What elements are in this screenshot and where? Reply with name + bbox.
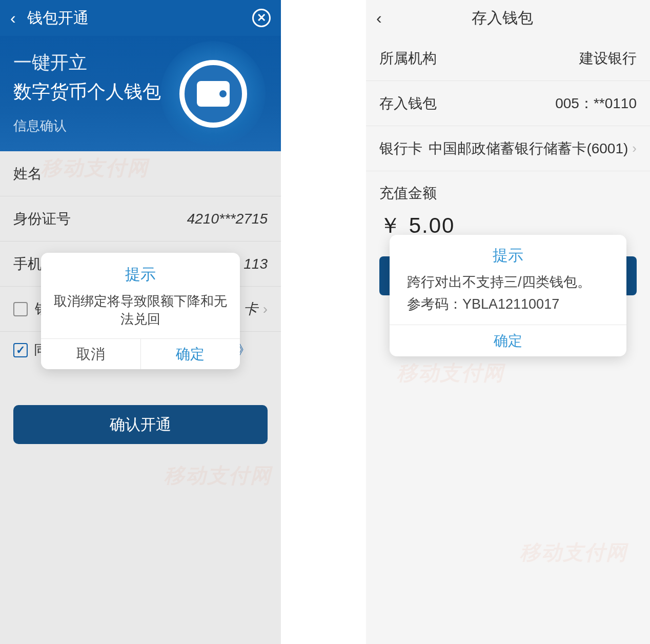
ok-button[interactable]: 确定 (141, 339, 240, 369)
checkbox-icon[interactable] (13, 302, 28, 316)
hero-banner: 一键开立 数字货币个人钱包 信息确认 (0, 36, 281, 151)
screen-deposit: ‹ 存入钱包 所属机构 建设银行 存入钱包 005：**0110 银行卡 中国邮… (366, 0, 650, 644)
chevron-right-icon: › (632, 140, 637, 156)
org-label: 所属机构 (379, 49, 437, 68)
header-bar: ‹ 存入钱包 (366, 0, 650, 36)
cancel-button[interactable]: 取消 (41, 339, 141, 369)
dialog-title: 提示 (390, 235, 626, 271)
ref-code: YBLA12110017 (462, 296, 559, 312)
phone-value: 113 (243, 256, 268, 272)
row-id[interactable]: 身份证号 4210***2715 (0, 196, 281, 242)
wallet-icon (160, 41, 266, 146)
page-title: 存入钱包 (366, 8, 640, 29)
screen-wallet-open: ‹ 钱包开通 ✕ 一键开立 数字货币个人钱包 信息确认 姓名 身份证号 4210… (0, 0, 281, 644)
name-label: 姓名 (13, 164, 42, 184)
row-bankcard[interactable]: 银行卡 中国邮政储蓄银行储蓄卡(6001) › (366, 126, 650, 171)
phone-label: 手机 (13, 254, 42, 274)
alert-dialog: 提示 跨行对出不支持三/四类钱包。 参考码：YBLA12110017 确定 (390, 235, 626, 356)
watermark: 移动支付网 (520, 538, 627, 567)
dialog-title: 提示 (41, 253, 240, 292)
info-rows: 所属机构 建设银行 存入钱包 005：**0110 银行卡 中国邮政储蓄银行储蓄… (366, 36, 650, 171)
wallet-label: 存入钱包 (379, 94, 437, 113)
chevron-right-icon: › (263, 301, 268, 317)
bankcard-value: 中国邮政储蓄银行储蓄卡(6001) (429, 139, 628, 158)
ok-button[interactable]: 确定 (390, 325, 626, 356)
header-bar: ‹ 钱包开通 ✕ (0, 0, 281, 36)
alert-dialog: 提示 取消绑定将导致限额下降和无法兑回 取消 确定 (41, 253, 240, 369)
divider (281, 0, 283, 644)
close-icon[interactable]: ✕ (252, 9, 271, 27)
id-value: 4210***2715 (187, 211, 268, 227)
confirm-open-button[interactable]: 确认开通 (13, 405, 268, 444)
row-org[interactable]: 所属机构 建设银行 (366, 36, 650, 81)
wallet-value: 005：**0110 (555, 94, 637, 113)
row-wallet[interactable]: 存入钱包 005：**0110 (366, 81, 650, 126)
bank-value: 卡 (243, 299, 258, 319)
dialog-line1: 跨行对出不支持三/四类钱包。 (407, 274, 591, 290)
dialog-message: 取消绑定将导致限额下降和无法兑回 (41, 292, 240, 338)
back-icon[interactable]: ‹ (10, 9, 16, 28)
page-title: 钱包开通 (27, 8, 252, 29)
bankcard-label: 银行卡 (379, 139, 422, 158)
id-label: 身份证号 (13, 209, 71, 229)
ref-label: 参考码： (407, 296, 462, 312)
row-name[interactable]: 姓名 (0, 151, 281, 196)
section-amount-label: 充值金额 (366, 171, 650, 209)
checkbox-checked-icon[interactable]: ✓ (13, 343, 28, 357)
watermark: 移动支付网 (164, 461, 272, 490)
watermark: 移动支付网 (397, 359, 504, 387)
org-value: 建设银行 (579, 49, 637, 68)
